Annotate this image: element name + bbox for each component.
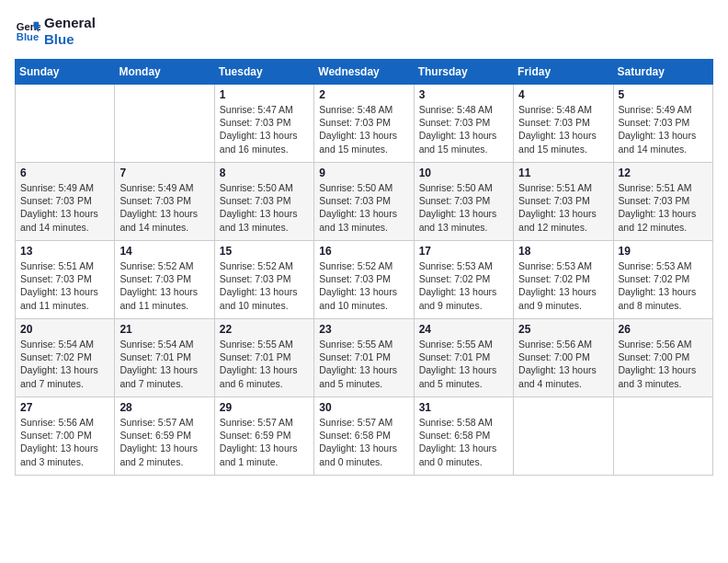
day-number: 8	[220, 167, 309, 179]
day-info: Sunrise: 5:51 AMSunset: 7:03 PMDaylight:…	[518, 181, 608, 234]
calendar-cell: 1Sunrise: 5:47 AMSunset: 7:03 PMDaylight…	[214, 85, 313, 163]
calendar-week-3: 13Sunrise: 5:51 AMSunset: 7:03 PMDayligh…	[16, 241, 713, 319]
day-info: Sunrise: 5:53 AMSunset: 7:02 PMDaylight:…	[419, 259, 508, 312]
day-info: Sunrise: 5:58 AMSunset: 6:58 PMDaylight:…	[419, 416, 508, 468]
day-info: Sunrise: 5:52 AMSunset: 7:03 PMDaylight:…	[319, 259, 408, 312]
day-number: 23	[319, 323, 408, 336]
day-number: 30	[319, 401, 408, 414]
calendar-cell: 15Sunrise: 5:52 AMSunset: 7:03 PMDayligh…	[214, 241, 313, 319]
day-info: Sunrise: 5:57 AMSunset: 6:59 PMDaylight:…	[119, 416, 209, 468]
logo-icon: General Blue	[15, 18, 40, 44]
day-number: 24	[419, 323, 508, 336]
calendar-cell: 30Sunrise: 5:57 AMSunset: 6:58 PMDayligh…	[314, 397, 414, 476]
day-number: 13	[20, 245, 109, 258]
calendar-cell: 16Sunrise: 5:52 AMSunset: 7:03 PMDayligh…	[314, 241, 414, 319]
day-number: 9	[319, 167, 408, 179]
day-info: Sunrise: 5:49 AMSunset: 7:03 PMDaylight:…	[619, 103, 708, 155]
day-number: 10	[419, 167, 508, 179]
day-info: Sunrise: 5:51 AMSunset: 7:03 PMDaylight:…	[20, 259, 109, 312]
day-info: Sunrise: 5:48 AMSunset: 7:03 PMDaylight:…	[319, 103, 408, 155]
day-info: Sunrise: 5:48 AMSunset: 7:03 PMDaylight:…	[518, 103, 608, 155]
day-number: 5	[619, 88, 708, 101]
calendar-cell: 14Sunrise: 5:52 AMSunset: 7:03 PMDayligh…	[115, 241, 214, 319]
calendar-cell: 9Sunrise: 5:50 AMSunset: 7:03 PMDaylight…	[314, 163, 414, 241]
calendar-cell	[115, 85, 214, 163]
day-number: 19	[619, 245, 708, 258]
calendar-week-1: 1Sunrise: 5:47 AMSunset: 7:03 PMDaylight…	[16, 85, 713, 163]
calendar-cell: 10Sunrise: 5:50 AMSunset: 7:03 PMDayligh…	[414, 163, 513, 241]
calendar-cell: 6Sunrise: 5:49 AMSunset: 7:03 PMDaylight…	[16, 163, 115, 241]
calendar-week-5: 27Sunrise: 5:56 AMSunset: 7:00 PMDayligh…	[16, 397, 713, 476]
day-number: 25	[518, 323, 608, 336]
calendar-week-2: 6Sunrise: 5:49 AMSunset: 7:03 PMDaylight…	[16, 163, 713, 241]
day-number: 2	[319, 88, 408, 101]
calendar-cell: 17Sunrise: 5:53 AMSunset: 7:02 PMDayligh…	[414, 241, 513, 319]
col-header-monday: Monday	[115, 60, 214, 85]
page-header: General Blue General Blue	[15, 15, 713, 48]
calendar-cell	[514, 397, 613, 476]
day-number: 7	[119, 167, 209, 179]
calendar-cell: 27Sunrise: 5:56 AMSunset: 7:00 PMDayligh…	[16, 397, 115, 476]
col-header-wednesday: Wednesday	[314, 60, 414, 85]
calendar-header-row: SundayMondayTuesdayWednesdayThursdayFrid…	[16, 60, 713, 85]
day-info: Sunrise: 5:53 AMSunset: 7:02 PMDaylight:…	[518, 259, 608, 312]
col-header-sunday: Sunday	[16, 60, 115, 85]
day-number: 15	[220, 245, 309, 258]
day-info: Sunrise: 5:56 AMSunset: 7:00 PMDaylight:…	[20, 416, 109, 468]
day-number: 14	[119, 245, 209, 258]
calendar-cell: 29Sunrise: 5:57 AMSunset: 6:59 PMDayligh…	[214, 397, 313, 476]
calendar-cell: 12Sunrise: 5:51 AMSunset: 7:03 PMDayligh…	[613, 163, 712, 241]
calendar-table: SundayMondayTuesdayWednesdayThursdayFrid…	[15, 59, 713, 476]
day-number: 21	[119, 323, 209, 336]
day-number: 11	[518, 167, 608, 179]
day-info: Sunrise: 5:56 AMSunset: 7:00 PMDaylight:…	[518, 338, 608, 390]
calendar-cell: 4Sunrise: 5:48 AMSunset: 7:03 PMDaylight…	[514, 85, 613, 163]
calendar-cell: 26Sunrise: 5:56 AMSunset: 7:00 PMDayligh…	[613, 319, 712, 397]
day-info: Sunrise: 5:49 AMSunset: 7:03 PMDaylight:…	[20, 181, 109, 234]
calendar-cell: 18Sunrise: 5:53 AMSunset: 7:02 PMDayligh…	[514, 241, 613, 319]
day-number: 26	[619, 323, 708, 336]
calendar-cell: 23Sunrise: 5:55 AMSunset: 7:01 PMDayligh…	[314, 319, 414, 397]
day-number: 17	[419, 245, 508, 258]
day-number: 16	[319, 245, 408, 258]
day-info: Sunrise: 5:50 AMSunset: 7:03 PMDaylight:…	[419, 181, 508, 234]
day-number: 1	[220, 88, 309, 101]
day-info: Sunrise: 5:49 AMSunset: 7:03 PMDaylight:…	[119, 181, 209, 234]
calendar-cell: 8Sunrise: 5:50 AMSunset: 7:03 PMDaylight…	[214, 163, 313, 241]
day-info: Sunrise: 5:50 AMSunset: 7:03 PMDaylight:…	[220, 181, 309, 234]
day-info: Sunrise: 5:55 AMSunset: 7:01 PMDaylight:…	[419, 338, 508, 390]
calendar-cell: 13Sunrise: 5:51 AMSunset: 7:03 PMDayligh…	[16, 241, 115, 319]
day-number: 31	[419, 401, 508, 414]
day-number: 20	[20, 323, 109, 336]
logo-general: General	[44, 15, 96, 31]
day-info: Sunrise: 5:53 AMSunset: 7:02 PMDaylight:…	[619, 259, 708, 312]
col-header-friday: Friday	[514, 60, 613, 85]
day-number: 12	[619, 167, 708, 179]
calendar-cell: 25Sunrise: 5:56 AMSunset: 7:00 PMDayligh…	[514, 319, 613, 397]
day-info: Sunrise: 5:57 AMSunset: 6:59 PMDaylight:…	[220, 416, 309, 468]
day-info: Sunrise: 5:54 AMSunset: 7:02 PMDaylight:…	[20, 338, 109, 390]
calendar-cell: 24Sunrise: 5:55 AMSunset: 7:01 PMDayligh…	[414, 319, 513, 397]
calendar-cell: 28Sunrise: 5:57 AMSunset: 6:59 PMDayligh…	[115, 397, 214, 476]
calendar-cell	[613, 397, 712, 476]
day-number: 3	[419, 88, 508, 101]
calendar-cell: 7Sunrise: 5:49 AMSunset: 7:03 PMDaylight…	[115, 163, 214, 241]
day-info: Sunrise: 5:56 AMSunset: 7:00 PMDaylight:…	[619, 338, 708, 390]
day-number: 27	[20, 401, 109, 414]
day-number: 6	[20, 167, 109, 179]
day-number: 29	[220, 401, 309, 414]
col-header-saturday: Saturday	[613, 60, 712, 85]
calendar-cell: 5Sunrise: 5:49 AMSunset: 7:03 PMDaylight…	[613, 85, 712, 163]
day-info: Sunrise: 5:52 AMSunset: 7:03 PMDaylight:…	[119, 259, 209, 312]
calendar-week-4: 20Sunrise: 5:54 AMSunset: 7:02 PMDayligh…	[16, 319, 713, 397]
day-number: 22	[220, 323, 309, 336]
day-number: 28	[119, 401, 209, 414]
logo-blue: Blue	[44, 31, 96, 48]
day-info: Sunrise: 5:57 AMSunset: 6:58 PMDaylight:…	[319, 416, 408, 468]
day-info: Sunrise: 5:48 AMSunset: 7:03 PMDaylight:…	[419, 103, 508, 155]
day-info: Sunrise: 5:47 AMSunset: 7:03 PMDaylight:…	[220, 103, 309, 155]
col-header-tuesday: Tuesday	[214, 60, 313, 85]
calendar-cell	[16, 85, 115, 163]
calendar-cell: 11Sunrise: 5:51 AMSunset: 7:03 PMDayligh…	[514, 163, 613, 241]
calendar-cell: 31Sunrise: 5:58 AMSunset: 6:58 PMDayligh…	[414, 397, 513, 476]
